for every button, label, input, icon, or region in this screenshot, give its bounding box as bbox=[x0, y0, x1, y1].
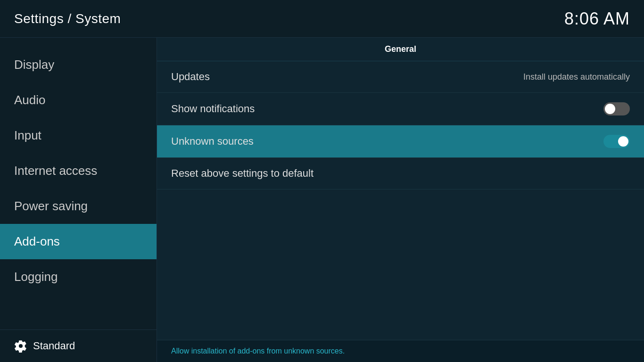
main-area: DisplayAudioInputInternet accessPower sa… bbox=[0, 38, 644, 362]
setting-row-unknown-sources[interactable]: Unknown sources bbox=[157, 125, 644, 158]
setting-row-updates[interactable]: UpdatesInstall updates automatically bbox=[157, 61, 644, 93]
sidebar-item-input[interactable]: Input bbox=[0, 118, 157, 153]
setting-label-unknown-sources: Unknown sources bbox=[171, 135, 254, 148]
header: Settings / System 8:06 AM bbox=[0, 0, 644, 38]
sidebar-item-display[interactable]: Display bbox=[0, 47, 157, 82]
sidebar-item-label-internet-access: Internet access bbox=[14, 164, 97, 178]
sidebar-item-label-input: Input bbox=[14, 128, 41, 143]
sidebar-item-logging[interactable]: Logging bbox=[0, 259, 157, 295]
setting-row-show-notifications[interactable]: Show notifications bbox=[157, 93, 644, 125]
content-panel: General UpdatesInstall updates automatic… bbox=[157, 38, 644, 362]
setting-label-show-notifications: Show notifications bbox=[171, 103, 255, 115]
settings-level-label: Standard bbox=[33, 340, 75, 352]
settings-list: UpdatesInstall updates automaticallyShow… bbox=[157, 61, 644, 340]
setting-row-reset-settings[interactable]: Reset above settings to default bbox=[157, 158, 644, 189]
toggle-knob-show-notifications bbox=[605, 104, 615, 114]
page-title: Settings / System bbox=[14, 11, 121, 26]
clock: 8:06 AM bbox=[564, 9, 630, 29]
sidebar-item-label-logging: Logging bbox=[14, 270, 58, 284]
sidebar: DisplayAudioInputInternet accessPower sa… bbox=[0, 38, 157, 362]
sidebar-footer[interactable]: Standard bbox=[0, 329, 157, 362]
sidebar-item-add-ons[interactable]: Add-ons bbox=[0, 224, 157, 259]
setting-value-updates: Install updates automatically bbox=[523, 72, 630, 82]
sidebar-item-label-add-ons: Add-ons bbox=[14, 234, 60, 249]
sidebar-nav: DisplayAudioInputInternet accessPower sa… bbox=[0, 38, 157, 329]
sidebar-item-internet-access[interactable]: Internet access bbox=[0, 153, 157, 189]
sidebar-item-audio[interactable]: Audio bbox=[0, 82, 157, 118]
toggle-knob-unknown-sources bbox=[618, 136, 628, 147]
toggle-show-notifications[interactable] bbox=[603, 102, 630, 115]
description-text: Allow installation of add-ons from unkno… bbox=[171, 347, 345, 355]
toggle-unknown-sources[interactable] bbox=[603, 135, 630, 148]
setting-label-reset-settings: Reset above settings to default bbox=[171, 167, 314, 180]
gear-icon bbox=[14, 339, 27, 353]
setting-label-updates: Updates bbox=[171, 71, 210, 83]
sidebar-item-power-saving[interactable]: Power saving bbox=[0, 189, 157, 224]
description-bar: Allow installation of add-ons from unkno… bbox=[157, 340, 644, 362]
sidebar-item-label-audio: Audio bbox=[14, 93, 46, 107]
section-title: General bbox=[157, 38, 644, 61]
sidebar-item-label-power-saving: Power saving bbox=[14, 199, 88, 214]
sidebar-item-label-display: Display bbox=[14, 58, 54, 72]
